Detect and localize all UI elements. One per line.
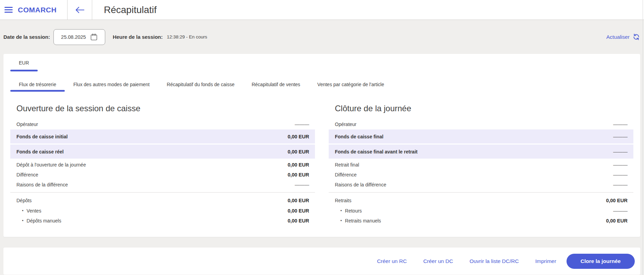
row-value: ——— [613,134,628,139]
summary-row: Fonds de caisse final avant le retrait——… [329,145,633,159]
row-divider [10,192,315,193]
page-title: Récapitulatif [104,4,157,15]
summary-row: Retrait final——— [329,160,633,170]
row-label: Dépôt à l'ouverture de la journée [16,162,86,168]
session-date-input[interactable]: 25.08.2025 [53,29,105,45]
open-dcrc-list-link[interactable]: Ouvrir la liste DC/RC [470,258,519,264]
summary-row: Dépôts0,00 EUR [10,195,315,206]
row-value: ——— [613,208,628,214]
currency-tab-bar: EUR [10,60,633,71]
header-brand-area: COMARCH [0,6,67,14]
closing-section: Clôture de la journée Opérateur———Fonds … [329,103,633,226]
calendar-icon[interactable] [90,33,98,41]
summary-row: Retraits0,00 EUR [329,195,633,206]
report-tab-0[interactable]: Flux de trésorerie [10,82,65,92]
currency-tab-0[interactable]: EUR [10,60,38,71]
closing-section-title: Clôture de la journée [329,103,633,114]
brand-logo: COMARCH [18,6,57,14]
create-rc-link[interactable]: Créer un RC [377,258,407,264]
row-label-text: Raisons de la différence [16,182,68,187]
summary-row: Opérateur——— [329,119,633,129]
action-footer: Créer un RC Créer un DC Ouvrir la liste … [3,248,640,275]
summary-row: Différence——— [329,170,633,180]
session-date-value: 25.08.2025 [61,34,86,40]
row-value: 0,00 EUR [288,172,309,177]
row-label: Retraits [335,198,351,203]
summary-row: Fonds de caisse initial0,00 EUR [10,129,315,144]
summary-row: •Retraits manuels0,00 EUR [329,216,633,226]
refresh-icon [633,33,640,41]
row-value: ——— [295,182,309,187]
report-tab-1[interactable]: Flux des autres modes de paiement [65,82,158,92]
session-time-value: 12:38:29 - En cours [167,34,207,39]
row-value: ——— [613,149,628,154]
row-value: 0,00 EUR [288,208,309,214]
refresh-label: Actualiser [606,34,630,40]
row-value: ——— [613,172,628,177]
row-label-text: Différence [16,172,38,177]
summary-row: Fonds de caisse final——— [329,129,633,144]
session-time-label: Heure de la session: [113,34,163,40]
row-label: Différence [335,172,357,177]
row-label: •Retours [335,208,362,214]
closing-rows: Opérateur———Fonds de caisse final———Fond… [329,119,633,226]
row-divider [329,192,633,193]
summary-row: Différence0,00 EUR [10,170,315,180]
session-bar: Date de la session: 25.08.2025 Heure de … [0,20,644,54]
row-value: ——— [613,182,628,187]
back-arrow-icon [75,6,85,14]
row-label-text: Fonds de caisse initial [16,134,68,139]
menu-icon[interactable] [4,7,13,13]
report-tab-4[interactable]: Ventes par catégorie de l'article [309,82,393,92]
row-label-text: Retraits manuels [345,218,381,224]
row-value: ——— [295,122,309,127]
bullet-icon: • [22,218,24,223]
row-label-text: Retrait final [335,162,359,168]
row-label: Fonds de caisse initial [16,134,68,139]
back-button[interactable] [68,6,92,14]
row-label-text: Fonds de caisse final avant le retrait [335,149,417,154]
report-tab-3[interactable]: Récapitulatif de ventes [243,82,309,92]
summary-row: •Retours——— [329,206,633,216]
row-value: 0,00 EUR [288,134,309,139]
report-tab-bar: Flux de trésorerieFlux des autres modes … [10,82,633,92]
row-label: Fonds de caisse final avant le retrait [335,149,417,154]
header-divider [92,0,92,20]
opening-section: Ouverture de la session de caisse Opérat… [10,103,315,226]
row-label: •Dépôts manuels [16,218,61,224]
row-label: Opérateur [16,122,38,127]
summary-columns: Ouverture de la session de caisse Opérat… [10,103,633,226]
opening-section-title: Ouverture de la session de caisse [10,103,315,114]
app-header: COMARCH Récapitulatif [0,0,644,20]
row-value: 0,00 EUR [606,218,628,224]
row-label: Fonds de caisse réel [16,149,64,154]
row-label-text: Retours [345,208,362,214]
row-label: Différence [16,172,38,177]
row-label: Raisons de la différence [335,182,386,187]
row-label-text: Opérateur [16,122,38,127]
row-value: 0,00 EUR [288,162,309,168]
session-date-label: Date de la session: [3,34,50,40]
row-label: Opérateur [335,122,356,127]
row-value: 0,00 EUR [606,198,628,203]
row-value: 0,00 EUR [288,198,309,203]
bullet-icon: • [340,218,342,223]
row-label-text: Dépôts [16,198,32,203]
row-label: Fonds de caisse final [335,134,384,139]
summary-row: •Ventes0,00 EUR [10,206,315,216]
summary-row: •Dépôts manuels0,00 EUR [10,216,315,226]
create-dc-link[interactable]: Créer un DC [423,258,453,264]
row-label-text: Différence [335,172,357,177]
row-label-text: Fonds de caisse final [335,134,384,139]
print-link[interactable]: Imprimer [535,258,556,264]
row-label: •Ventes [16,208,41,214]
row-label-text: Ventes [27,208,41,214]
row-label-text: Fonds de caisse réel [16,149,64,154]
report-tab-2[interactable]: Récapitulatif du fonds de caisse [158,82,243,92]
bullet-icon: • [22,208,24,213]
summary-row: Raisons de la différence——— [10,180,315,190]
close-day-button[interactable]: Clore la journée [567,254,635,269]
refresh-button[interactable]: Actualiser [606,33,640,41]
row-label-text: Opérateur [335,122,356,127]
row-label-text: Dépôt à l'ouverture de la journée [16,162,86,168]
